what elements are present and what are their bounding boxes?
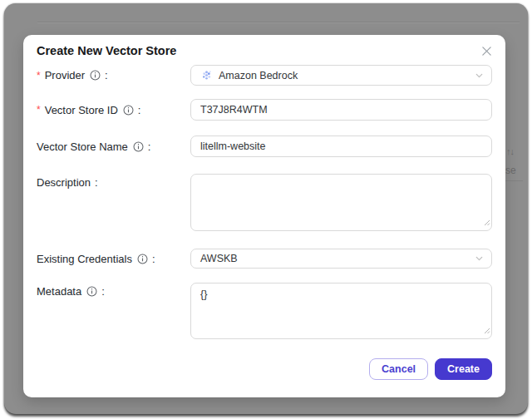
form-row-vector-store-id: * Vector Store ID : — [37, 99, 492, 121]
form-row-existing-credentials: Existing Credentials : AWSKB — [37, 249, 492, 269]
label-colon: : — [152, 253, 155, 265]
vector-store-name-label: Vector Store Name : — [37, 140, 190, 153]
label-colon: : — [101, 285, 105, 298]
description-textarea[interactable] — [190, 174, 492, 231]
vector-store-name-label-text: Vector Store Name — [37, 140, 128, 153]
modal-footer: Cancel Create — [369, 358, 492, 380]
info-icon[interactable] — [123, 105, 134, 116]
label-colon: : — [148, 140, 151, 153]
required-marker: * — [37, 104, 41, 116]
vector-store-id-input[interactable] — [190, 99, 492, 121]
info-icon[interactable] — [137, 254, 148, 264]
amazon-bedrock-icon — [200, 69, 213, 81]
info-icon[interactable] — [133, 141, 144, 152]
metadata-label: Metadata : — [37, 283, 190, 298]
form-row-provider: * Provider : — [37, 65, 492, 86]
modal-title: Create New Vector Store — [37, 44, 176, 57]
provider-label-text: Provider — [45, 69, 85, 81]
chevron-down-icon — [475, 71, 484, 80]
cancel-button[interactable]: Cancel — [369, 358, 428, 380]
form-row-metadata: Metadata : {} — [37, 283, 492, 339]
existing-credentials-select[interactable]: AWSKB — [190, 249, 492, 269]
provider-select-value: Amazon Bedrock — [219, 70, 298, 81]
label-colon: : — [95, 176, 98, 189]
modal-overlay[interactable]: ↑↓ se Create New Vector Store * Provider… — [4, 3, 528, 414]
description-label-text: Description — [37, 176, 91, 189]
vector-store-id-label-text: Vector Store ID — [45, 104, 118, 116]
vector-store-name-input[interactable] — [190, 136, 492, 157]
close-icon — [481, 46, 492, 59]
label-colon: : — [138, 104, 141, 116]
required-marker: * — [37, 70, 41, 81]
info-icon[interactable] — [90, 70, 101, 81]
background-truncated-text: se — [505, 165, 516, 176]
provider-label: * Provider : — [37, 69, 190, 81]
sort-arrows-icon: ↑↓ — [506, 146, 514, 156]
provider-select[interactable]: Amazon Bedrock — [190, 65, 492, 86]
existing-credentials-select-value: AWSKB — [200, 253, 238, 264]
existing-credentials-label-text: Existing Credentials — [37, 253, 132, 265]
create-vector-store-modal: Create New Vector Store * Provider : — [23, 35, 505, 397]
form-row-description: Description : — [37, 174, 492, 231]
create-button[interactable]: Create — [435, 358, 492, 380]
label-colon: : — [105, 69, 108, 81]
screenshot-stage: ↑↓ se Create New Vector Store * Provider… — [0, 0, 532, 419]
info-icon[interactable] — [86, 286, 97, 297]
description-label: Description : — [37, 174, 190, 189]
metadata-textarea[interactable]: {} — [190, 283, 492, 339]
metadata-label-text: Metadata — [37, 285, 81, 298]
vector-store-id-label: * Vector Store ID : — [37, 104, 190, 116]
chevron-down-icon — [475, 254, 484, 264]
existing-credentials-label: Existing Credentials : — [37, 253, 190, 265]
background-header-divider — [37, 22, 520, 22]
form-row-vector-store-name: Vector Store Name : — [37, 136, 492, 157]
close-button[interactable] — [477, 43, 495, 62]
